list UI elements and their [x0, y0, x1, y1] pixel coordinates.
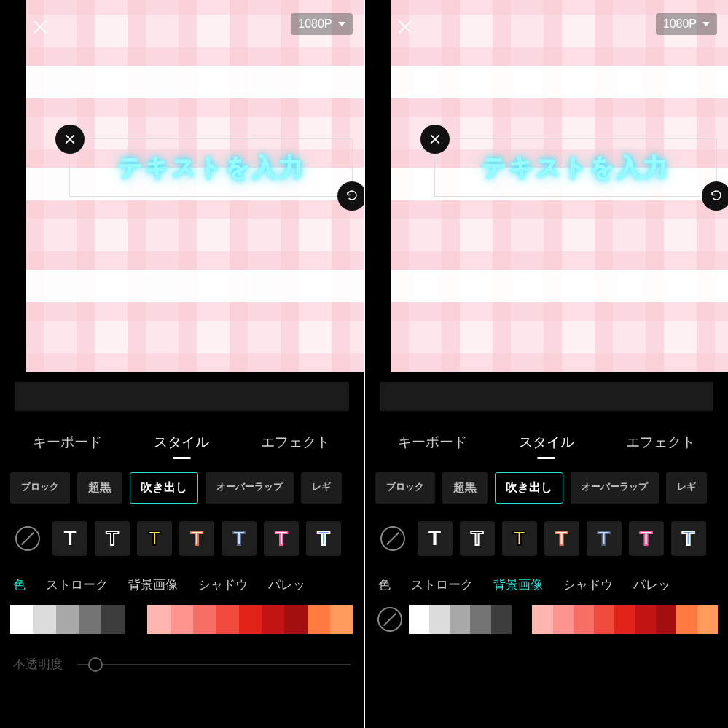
style-outline[interactable]: T — [460, 521, 495, 556]
delete-text-button[interactable] — [420, 125, 450, 154]
style-pink[interactable]: T — [264, 521, 299, 556]
palette-color[interactable] — [429, 605, 450, 634]
text-element[interactable]: テキストを入力 — [69, 138, 353, 197]
palette-color[interactable] — [676, 605, 697, 634]
palette-color[interactable] — [532, 605, 552, 634]
subtab-palette[interactable]: パレッ — [268, 576, 305, 593]
tab-effect[interactable]: エフェクト — [623, 433, 698, 452]
palette-color[interactable] — [512, 605, 532, 634]
font-chip-selected[interactable]: 吹き出し — [130, 472, 198, 504]
subtab-color[interactable]: 色 — [378, 576, 391, 593]
style-none[interactable] — [10, 521, 45, 556]
palette-color[interactable] — [262, 605, 284, 634]
palette-color[interactable] — [450, 605, 470, 634]
text-input-bar[interactable] — [15, 382, 349, 411]
palette-color[interactable] — [10, 605, 33, 634]
rotate-handle[interactable] — [702, 181, 728, 211]
palette-color[interactable] — [56, 605, 79, 634]
opacity-slider[interactable] — [77, 664, 351, 665]
subtab-stroke[interactable]: ストローク — [46, 576, 108, 593]
style-bluefill[interactable]: T — [671, 521, 706, 556]
style-salmon[interactable]: T — [544, 521, 579, 556]
style-blue[interactable]: T — [587, 521, 622, 556]
subtab-stroke[interactable]: ストローク — [411, 576, 473, 593]
style-blue[interactable]: T — [222, 521, 257, 556]
palette-color[interactable] — [239, 605, 262, 634]
subtab-palette[interactable]: パレッ — [633, 576, 670, 593]
close-button[interactable] — [29, 16, 51, 38]
text-content[interactable]: テキストを入力 — [482, 151, 669, 184]
style-salmon[interactable]: T — [179, 521, 214, 556]
palette-color[interactable] — [308, 605, 330, 634]
subtab-color[interactable]: 色 — [13, 576, 26, 593]
tab-style[interactable]: スタイル — [516, 433, 577, 452]
close-button[interactable] — [394, 16, 416, 38]
palette-color[interactable] — [491, 605, 512, 634]
style-yellow[interactable]: T — [137, 521, 172, 556]
palette-color[interactable] — [594, 605, 614, 634]
palette-color[interactable] — [284, 605, 307, 634]
font-chips[interactable]: ブロック 超黒 吹き出し オーバーラップ レギ — [0, 459, 364, 504]
font-chip[interactable]: ブロック — [375, 472, 435, 504]
canvas[interactable]: テキストを入力 — [26, 0, 364, 372]
style-white[interactable]: T — [418, 521, 453, 556]
text-content[interactable]: テキストを入力 — [117, 151, 305, 184]
palette-color[interactable] — [656, 605, 676, 634]
subtab-shadow[interactable]: シャドウ — [563, 576, 613, 593]
palette-color[interactable] — [330, 605, 353, 634]
palette-color[interactable] — [697, 605, 718, 634]
slider-thumb[interactable] — [88, 657, 103, 672]
tab-keyboard[interactable]: キーボード — [30, 433, 105, 452]
rotate-handle[interactable] — [337, 181, 364, 211]
font-chip[interactable]: 超黒 — [442, 472, 488, 504]
palette-color[interactable] — [470, 605, 490, 634]
palette-color[interactable] — [147, 605, 170, 634]
palette-color[interactable] — [553, 605, 574, 634]
font-chip[interactable]: オーバーラップ — [206, 472, 294, 504]
resolution-dropdown[interactable]: 1080P — [291, 13, 352, 35]
font-chips[interactable]: ブロック 超黒 吹き出し オーバーラップ レギ — [365, 459, 729, 504]
palette-color[interactable] — [171, 605, 193, 634]
style-subtabs: 色 ストローク 背景画像 シャドウ パレッ — [365, 556, 729, 600]
palette-color[interactable] — [79, 605, 101, 634]
font-chip[interactable]: ブロック — [10, 472, 70, 504]
canvas[interactable]: テキストを入力 — [391, 0, 729, 372]
font-chip[interactable]: オーバーラップ — [571, 472, 659, 504]
style-subtabs: 色 ストローク 背景画像 シャドウ パレッ — [0, 556, 364, 600]
palette-color[interactable] — [125, 605, 147, 634]
tab-keyboard[interactable]: キーボード — [395, 433, 470, 452]
tab-effect[interactable]: エフェクト — [258, 433, 333, 452]
text-element[interactable]: テキストを入力 — [434, 138, 718, 197]
font-chip[interactable]: レギ — [666, 472, 707, 504]
style-none[interactable] — [375, 521, 410, 556]
font-chip-selected[interactable]: 吹き出し — [495, 472, 563, 504]
delete-text-button[interactable] — [55, 125, 85, 154]
text-style-row: T T T T T T T — [365, 504, 729, 556]
palette-color[interactable] — [33, 605, 55, 634]
style-bluefill[interactable]: T — [306, 521, 341, 556]
palette-color[interactable] — [409, 605, 429, 634]
style-white[interactable]: T — [52, 521, 87, 556]
palette-color[interactable] — [614, 605, 635, 634]
style-pink[interactable]: T — [629, 521, 664, 556]
controls: キーボード スタイル エフェクト ブロック 超黒 吹き出し オーバーラップ レギ… — [365, 372, 729, 728]
subtab-shadow[interactable]: シャドウ — [198, 576, 248, 593]
palette-color[interactable] — [635, 605, 656, 634]
resolution-dropdown[interactable]: 1080P — [656, 13, 717, 35]
palette-strip[interactable] — [10, 605, 353, 634]
palette-color[interactable] — [101, 605, 124, 634]
palette-strip[interactable] — [409, 605, 719, 634]
subtab-bgimage[interactable]: 背景画像 — [128, 576, 178, 593]
style-yellow[interactable]: T — [502, 521, 537, 556]
font-chip[interactable]: レギ — [301, 472, 342, 504]
palette-color[interactable] — [193, 605, 216, 634]
text-input-bar[interactable] — [380, 382, 714, 411]
palette-none[interactable] — [375, 605, 404, 634]
style-outline[interactable]: T — [95, 521, 130, 556]
palette-color[interactable] — [216, 605, 238, 634]
tab-style[interactable]: スタイル — [151, 433, 212, 452]
subtab-bgimage[interactable]: 背景画像 — [493, 576, 543, 593]
palette-color[interactable] — [574, 605, 594, 634]
resolution-label: 1080P — [298, 17, 332, 31]
font-chip[interactable]: 超黒 — [77, 472, 122, 504]
